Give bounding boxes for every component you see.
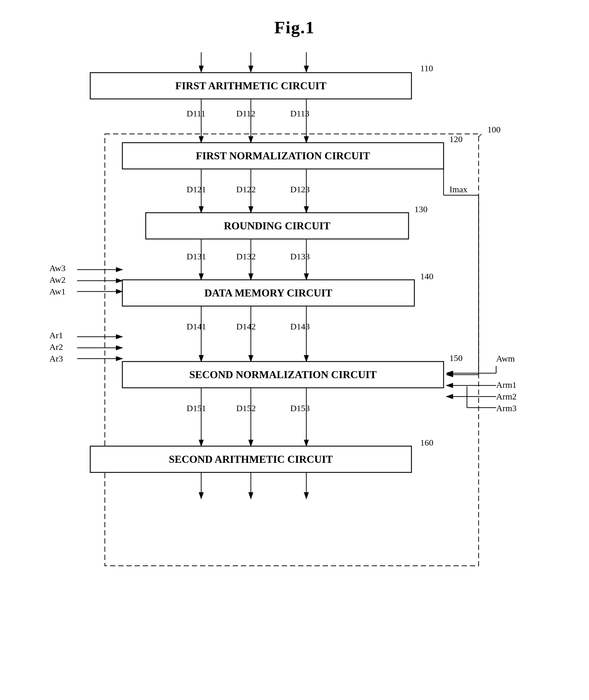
svg-text:Arm2: Arm2: [496, 392, 517, 401]
svg-text:160: 160: [420, 438, 433, 447]
svg-rect-20: [122, 143, 443, 169]
page-title: Fig.1: [0, 0, 589, 49]
svg-text:140: 140: [420, 271, 433, 281]
svg-text:FIRST ARITHMETIC CIRCUIT: FIRST ARITHMETIC CIRCUIT: [175, 80, 326, 92]
svg-text:DATA MEMORY CIRCUIT: DATA MEMORY CIRCUIT: [204, 287, 332, 299]
svg-text:D122: D122: [236, 185, 256, 194]
svg-text:D143: D143: [290, 322, 310, 331]
svg-rect-1: [90, 73, 411, 99]
svg-text:D133: D133: [290, 252, 310, 261]
svg-text:D112: D112: [236, 108, 255, 118]
svg-text:SECOND ARITHMETIC CIRCUIT: SECOND ARITHMETIC CIRCUIT: [169, 453, 333, 465]
svg-rect-67: [122, 362, 443, 388]
svg-text:Arm1: Arm1: [496, 380, 517, 389]
svg-text:100: 100: [487, 124, 501, 134]
svg-text:Aw2: Aw2: [49, 275, 66, 285]
svg-rect-87: [90, 446, 411, 472]
svg-text:D113: D113: [290, 108, 310, 118]
svg-text:D121: D121: [187, 185, 206, 194]
svg-text:D111: D111: [187, 108, 205, 118]
svg-text:D131: D131: [187, 252, 206, 261]
svg-text:Aw1: Aw1: [49, 287, 66, 296]
svg-text:D141: D141: [187, 322, 206, 331]
svg-rect-48: [122, 280, 414, 306]
svg-text:150: 150: [449, 353, 462, 363]
svg-text:D123: D123: [290, 185, 310, 194]
svg-text:120: 120: [449, 134, 462, 144]
svg-text:Arm3: Arm3: [496, 403, 517, 413]
svg-text:D153: D153: [290, 403, 310, 413]
svg-text:Ar3: Ar3: [49, 354, 63, 363]
svg-text:D151: D151: [187, 403, 206, 413]
svg-text:D142: D142: [236, 322, 256, 331]
svg-text:D132: D132: [236, 252, 256, 261]
svg-text:SECOND NORMALIZATION CIRCUIT: SECOND NORMALIZATION CIRCUIT: [189, 369, 376, 380]
svg-text:FIRST NORMALIZATION CIRCUIT: FIRST NORMALIZATION CIRCUIT: [196, 150, 370, 161]
svg-text:Imax: Imax: [449, 185, 467, 194]
svg-text:Aw3: Aw3: [49, 263, 66, 273]
svg-rect-32: [146, 213, 409, 239]
svg-rect-17: [105, 134, 478, 566]
svg-text:Awm: Awm: [496, 354, 515, 363]
svg-text:ROUNDING CIRCUIT: ROUNDING CIRCUIT: [224, 220, 330, 232]
svg-text:110: 110: [420, 63, 433, 73]
svg-line-19: [478, 134, 481, 137]
svg-text:130: 130: [414, 204, 427, 214]
svg-text:Ar2: Ar2: [49, 342, 63, 352]
svg-text:D152: D152: [236, 403, 256, 413]
svg-text:Ar1: Ar1: [49, 330, 63, 340]
